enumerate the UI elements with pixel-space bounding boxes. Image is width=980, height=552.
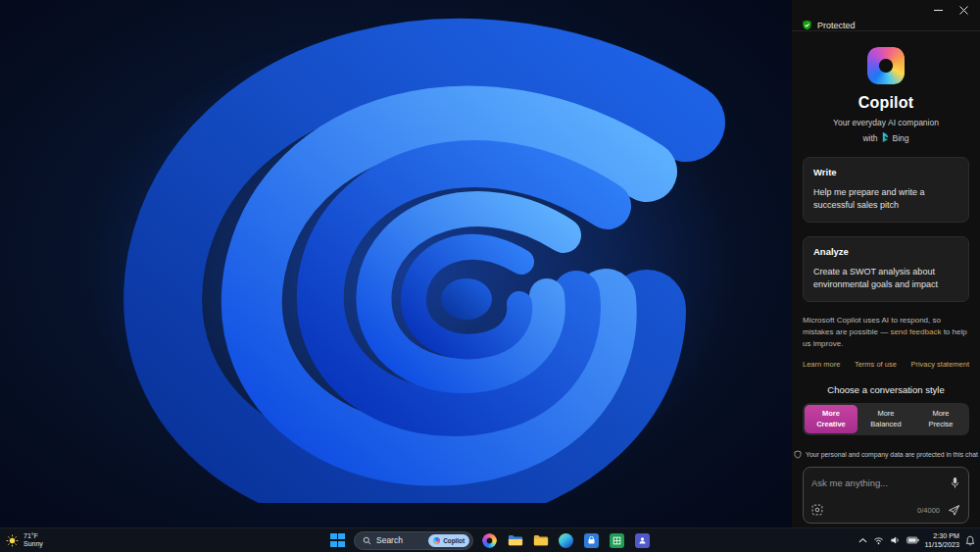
with-bing-row: with Bing — [862, 132, 908, 143]
copilot-titlebar — [792, 0, 980, 20]
chat-composer: 0/4000 — [803, 467, 969, 524]
taskbar-file-explorer-button[interactable] — [506, 531, 524, 550]
close-button[interactable] — [951, 0, 976, 20]
style-option-line2: Creative — [816, 420, 846, 429]
shield-outline-icon — [794, 450, 802, 459]
composer-input-row — [811, 477, 960, 489]
weather-temp: 71°F — [24, 532, 38, 540]
taskbar-teams-button[interactable] — [633, 531, 652, 550]
style-more-creative[interactable]: More Creative — [805, 405, 858, 432]
speaker-icon — [890, 535, 901, 545]
taskbar-clock[interactable]: 2:30 PM 11/15/2023 — [925, 531, 959, 549]
card-body: Create a SWOT analysis about environment… — [813, 266, 958, 290]
style-more-precise[interactable]: More Precise — [914, 405, 967, 432]
minimize-icon — [934, 6, 943, 15]
weather-widget[interactable]: 71°F Sunny — [6, 532, 43, 549]
bing-icon — [881, 132, 890, 143]
privacy-statement-link[interactable]: Privacy statement — [910, 360, 969, 369]
card-title: Analyze — [813, 246, 958, 257]
minimize-button[interactable] — [925, 0, 951, 20]
char-counter: 0/4000 — [917, 506, 940, 515]
search-label: Search — [376, 535, 403, 545]
windows-logo-icon — [330, 533, 345, 548]
data-protection-text: Your personal and company data are prote… — [806, 451, 978, 458]
start-button[interactable] — [328, 531, 347, 550]
close-icon — [959, 6, 968, 15]
card-body: Help me prepare and write a successful s… — [813, 186, 958, 211]
with-label: with — [862, 133, 877, 143]
file-explorer-icon — [508, 533, 523, 547]
search-badge-label: Copilot — [443, 537, 465, 544]
style-option-line1: More — [932, 409, 949, 419]
data-protection-note: Your personal and company data are prote… — [794, 450, 978, 459]
taskbar-center: Search Copilot — [328, 531, 652, 550]
style-option-line2: Precise — [928, 420, 953, 429]
screenshot-button[interactable] — [811, 504, 823, 516]
taskbar-search[interactable]: Search Copilot — [354, 531, 473, 550]
search-copilot-badge: Copilot — [428, 534, 469, 547]
system-tray: 2:30 PM 11/15/2023 — [858, 531, 975, 549]
battery-button[interactable] — [906, 536, 919, 544]
search-icon — [363, 536, 371, 545]
ai-disclaimer: Microsoft Copilot uses AI to respond, so… — [803, 315, 969, 350]
weather-sun-icon — [6, 534, 19, 547]
copilot-panel-body: Copilot Your everyday AI companion with … — [792, 31, 980, 533]
chat-input[interactable] — [811, 477, 944, 488]
taskbar-store-button[interactable] — [582, 531, 601, 550]
taskbar: 71°F Sunny Search Copilot — [0, 527, 980, 552]
clock-date: 11/15/2023 — [925, 540, 959, 549]
desktop: Protected Copilot Your everyday AI compa… — [0, 0, 980, 552]
panel-title: Copilot — [858, 94, 914, 112]
clock-time: 2:30 PM — [933, 531, 959, 540]
composer-toolbar: 0/4000 — [811, 504, 960, 517]
wifi-button[interactable] — [873, 536, 884, 545]
copilot-logo — [867, 47, 905, 84]
copilot-icon — [482, 533, 497, 548]
style-more-balanced[interactable]: More Balanced — [859, 405, 912, 432]
taskbar-folder-button[interactable] — [531, 531, 550, 550]
folder-icon — [533, 533, 549, 547]
tray-expand-button[interactable] — [858, 537, 867, 544]
volume-button[interactable] — [890, 535, 901, 545]
taskbar-excel-button[interactable] — [608, 531, 626, 550]
teams-icon — [635, 533, 650, 548]
style-option-line2: Balanced — [870, 420, 901, 429]
protected-badge: Protected — [792, 20, 980, 31]
legal-links: Learn more Terms of use Privacy statemen… — [803, 360, 969, 369]
weather-text: 71°F Sunny — [24, 532, 43, 549]
taskbar-edge-button[interactable] — [557, 531, 575, 550]
shield-check-icon — [802, 20, 812, 30]
weather-condition: Sunny — [24, 540, 43, 548]
send-feedback-link[interactable]: send feedback — [890, 327, 941, 336]
copilot-badge-icon — [433, 537, 440, 544]
send-icon — [948, 504, 960, 517]
learn-more-link[interactable]: Learn more — [803, 360, 840, 369]
send-button[interactable] — [948, 504, 960, 517]
wifi-icon — [873, 536, 884, 545]
panel-subtitle: Your everyday AI companion — [833, 118, 939, 127]
protected-label: Protected — [817, 21, 856, 30]
card-title: Write — [813, 167, 958, 177]
conversation-style-selector: More Creative More Balanced More Precise — [803, 403, 969, 434]
microphone-icon — [950, 477, 960, 489]
edge-icon — [559, 533, 573, 548]
bing-label: Bing — [893, 133, 909, 143]
notification-bell-button[interactable] — [965, 535, 975, 546]
chevron-up-icon — [858, 537, 867, 544]
style-option-line1: More — [877, 409, 894, 419]
screenshot-icon — [811, 504, 823, 516]
terms-of-use-link[interactable]: Terms of use — [855, 360, 897, 369]
copilot-panel: Protected Copilot Your everyday AI compa… — [792, 0, 980, 527]
battery-icon — [906, 536, 919, 544]
bell-icon — [965, 535, 975, 546]
suggestion-card-write[interactable]: Write Help me prepare and write a succes… — [803, 157, 969, 223]
style-option-line1: More — [822, 409, 840, 419]
taskbar-copilot-button[interactable] — [480, 531, 499, 550]
excel-icon — [610, 533, 624, 548]
microsoft-store-icon — [584, 533, 599, 548]
conversation-style-label: Choose a conversation style — [827, 384, 944, 395]
suggestion-card-analyze[interactable]: Analyze Create a SWOT analysis about env… — [803, 236, 969, 302]
bloom-wallpaper-art — [59, 5, 735, 503]
microphone-button[interactable] — [950, 477, 960, 489]
